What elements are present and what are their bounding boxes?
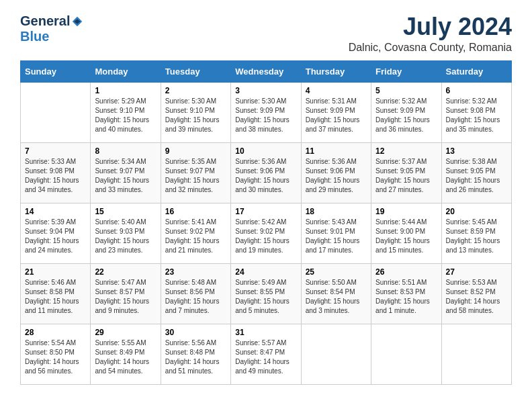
day-info: Sunrise: 5:57 AM Sunset: 8:47 PM Dayligh… (235, 338, 296, 376)
day-info: Sunrise: 5:51 AM Sunset: 8:53 PM Dayligh… (375, 278, 437, 316)
day-number: 4 (306, 86, 367, 95)
day-number: 20 (446, 207, 507, 216)
calendar-cell: 15Sunrise: 5:40 AM Sunset: 9:03 PM Dayli… (91, 203, 161, 263)
day-info: Sunrise: 5:56 AM Sunset: 8:48 PM Dayligh… (165, 338, 226, 376)
day-number: 27 (446, 267, 507, 277)
day-info: Sunrise: 5:30 AM Sunset: 9:10 PM Dayligh… (165, 97, 226, 134)
calendar-cell: 2Sunrise: 5:30 AM Sunset: 9:10 PM Daylig… (161, 82, 230, 142)
day-info: Sunrise: 5:42 AM Sunset: 9:02 PM Dayligh… (235, 218, 296, 255)
day-number: 14 (25, 207, 86, 216)
day-header-sunday: Sunday (21, 60, 91, 82)
day-number: 7 (25, 146, 86, 156)
calendar-cell: 7Sunrise: 5:33 AM Sunset: 9:08 PM Daylig… (21, 142, 91, 203)
day-info: Sunrise: 5:31 AM Sunset: 9:09 PM Dayligh… (306, 97, 367, 134)
day-header-wednesday: Wednesday (231, 60, 301, 82)
calendar-cell: 10Sunrise: 5:36 AM Sunset: 9:06 PM Dayli… (231, 142, 301, 203)
day-number: 13 (446, 146, 507, 156)
month-year-title: July 2024 (349, 13, 512, 40)
calendar-cell: 9Sunrise: 5:35 AM Sunset: 9:07 PM Daylig… (161, 142, 230, 203)
calendar-cell: 27Sunrise: 5:53 AM Sunset: 8:52 PM Dayli… (441, 263, 511, 324)
calendar-cell (301, 324, 371, 384)
day-info: Sunrise: 5:43 AM Sunset: 9:01 PM Dayligh… (306, 218, 367, 255)
day-info: Sunrise: 5:41 AM Sunset: 9:02 PM Dayligh… (165, 218, 226, 255)
calendar-cell: 22Sunrise: 5:47 AM Sunset: 8:57 PM Dayli… (91, 263, 161, 324)
day-number: 6 (446, 86, 507, 95)
calendar-header-row: SundayMondayTuesdayWednesdayThursdayFrid… (21, 60, 512, 82)
page-header: General Blue July 2024 Dalnic, Covasna C… (20, 13, 512, 54)
calendar-cell: 21Sunrise: 5:46 AM Sunset: 8:58 PM Dayli… (21, 263, 91, 324)
calendar-cell: 29Sunrise: 5:55 AM Sunset: 8:49 PM Dayli… (91, 324, 161, 384)
day-number: 28 (25, 328, 86, 337)
day-info: Sunrise: 5:40 AM Sunset: 9:03 PM Dayligh… (95, 218, 156, 255)
day-number: 15 (95, 207, 156, 216)
day-info: Sunrise: 5:48 AM Sunset: 8:56 PM Dayligh… (165, 278, 226, 316)
day-number: 24 (235, 267, 296, 277)
day-number: 18 (306, 207, 367, 216)
calendar-week-row: 7Sunrise: 5:33 AM Sunset: 9:08 PM Daylig… (21, 142, 512, 203)
day-info: Sunrise: 5:34 AM Sunset: 9:07 PM Dayligh… (95, 157, 156, 195)
day-info: Sunrise: 5:29 AM Sunset: 9:10 PM Dayligh… (95, 97, 156, 134)
day-info: Sunrise: 5:32 AM Sunset: 9:08 PM Dayligh… (446, 97, 507, 134)
calendar-cell: 28Sunrise: 5:54 AM Sunset: 8:50 PM Dayli… (21, 324, 91, 384)
day-header-thursday: Thursday (301, 60, 371, 82)
calendar-cell: 13Sunrise: 5:38 AM Sunset: 9:05 PM Dayli… (441, 142, 511, 203)
day-info: Sunrise: 5:49 AM Sunset: 8:55 PM Dayligh… (235, 278, 296, 316)
day-info: Sunrise: 5:46 AM Sunset: 8:58 PM Dayligh… (25, 278, 86, 316)
calendar-cell (21, 82, 91, 142)
day-info: Sunrise: 5:35 AM Sunset: 9:07 PM Dayligh… (165, 157, 226, 195)
calendar-cell: 8Sunrise: 5:34 AM Sunset: 9:07 PM Daylig… (91, 142, 161, 203)
day-info: Sunrise: 5:55 AM Sunset: 8:49 PM Dayligh… (95, 338, 156, 376)
calendar-cell: 24Sunrise: 5:49 AM Sunset: 8:55 PM Dayli… (231, 263, 301, 324)
day-number: 11 (306, 146, 367, 156)
calendar-cell: 16Sunrise: 5:41 AM Sunset: 9:02 PM Dayli… (161, 203, 230, 263)
day-info: Sunrise: 5:30 AM Sunset: 9:09 PM Dayligh… (235, 97, 296, 134)
calendar-cell: 1Sunrise: 5:29 AM Sunset: 9:10 PM Daylig… (91, 82, 161, 142)
day-info: Sunrise: 5:47 AM Sunset: 8:57 PM Dayligh… (95, 278, 156, 316)
day-info: Sunrise: 5:36 AM Sunset: 9:06 PM Dayligh… (235, 157, 296, 195)
calendar-week-row: 1Sunrise: 5:29 AM Sunset: 9:10 PM Daylig… (21, 82, 512, 142)
location-subtitle: Dalnic, Covasna County, Romania (349, 42, 512, 54)
logo: General Blue (20, 13, 83, 44)
calendar-cell: 25Sunrise: 5:50 AM Sunset: 8:54 PM Dayli… (301, 263, 371, 324)
calendar-cell: 31Sunrise: 5:57 AM Sunset: 8:47 PM Dayli… (231, 324, 301, 384)
day-number: 12 (375, 146, 437, 156)
calendar-week-row: 14Sunrise: 5:39 AM Sunset: 9:04 PM Dayli… (21, 203, 512, 263)
day-info: Sunrise: 5:45 AM Sunset: 8:59 PM Dayligh… (446, 218, 507, 255)
day-info: Sunrise: 5:36 AM Sunset: 9:06 PM Dayligh… (306, 157, 367, 195)
day-number: 31 (235, 328, 296, 337)
day-number: 5 (375, 86, 437, 95)
day-header-tuesday: Tuesday (161, 60, 230, 82)
day-number: 17 (235, 207, 296, 216)
day-info: Sunrise: 5:54 AM Sunset: 8:50 PM Dayligh… (25, 338, 86, 376)
calendar-cell (371, 324, 441, 384)
calendar-cell (441, 324, 511, 384)
calendar-cell: 6Sunrise: 5:32 AM Sunset: 9:08 PM Daylig… (441, 82, 511, 142)
calendar-week-row: 21Sunrise: 5:46 AM Sunset: 8:58 PM Dayli… (21, 263, 512, 324)
logo-icon (71, 15, 83, 28)
calendar-cell: 12Sunrise: 5:37 AM Sunset: 9:05 PM Dayli… (371, 142, 441, 203)
day-number: 26 (375, 267, 437, 277)
day-number: 23 (165, 267, 226, 277)
day-number: 10 (235, 146, 296, 156)
logo-blue-text: Blue (20, 29, 49, 44)
day-number: 22 (95, 267, 156, 277)
day-number: 30 (165, 328, 226, 337)
day-number: 19 (375, 207, 437, 216)
day-info: Sunrise: 5:44 AM Sunset: 9:00 PM Dayligh… (375, 218, 437, 255)
calendar-cell: 3Sunrise: 5:30 AM Sunset: 9:09 PM Daylig… (231, 82, 301, 142)
day-number: 3 (235, 86, 296, 95)
day-number: 2 (165, 86, 226, 95)
calendar-cell: 5Sunrise: 5:32 AM Sunset: 9:09 PM Daylig… (371, 82, 441, 142)
calendar-cell: 20Sunrise: 5:45 AM Sunset: 8:59 PM Dayli… (441, 203, 511, 263)
calendar-cell: 19Sunrise: 5:44 AM Sunset: 9:00 PM Dayli… (371, 203, 441, 263)
day-number: 21 (25, 267, 86, 277)
day-number: 16 (165, 207, 226, 216)
day-number: 25 (306, 267, 367, 277)
day-number: 29 (95, 328, 156, 337)
day-info: Sunrise: 5:33 AM Sunset: 9:08 PM Dayligh… (25, 157, 86, 195)
title-block: July 2024 Dalnic, Covasna County, Romani… (349, 13, 512, 54)
logo-general-text: General (20, 13, 70, 29)
day-info: Sunrise: 5:38 AM Sunset: 9:05 PM Dayligh… (446, 157, 507, 195)
day-number: 8 (95, 146, 156, 156)
calendar-cell: 11Sunrise: 5:36 AM Sunset: 9:06 PM Dayli… (301, 142, 371, 203)
